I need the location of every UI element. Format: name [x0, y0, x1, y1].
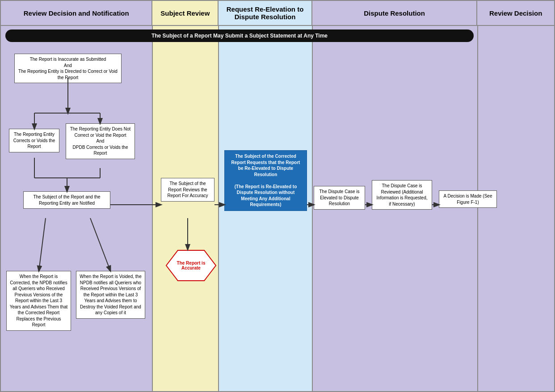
col-review-decision	[478, 26, 555, 391]
box-request-reelevation: The Subject of the Corrected Report Requ…	[224, 150, 307, 211]
col-subject-review	[153, 26, 219, 391]
box-decision-made-text: A Decision is Made (See Figure F-1)	[444, 194, 492, 205]
box-voided-notify: When the Report is Voided, the NPDB noti…	[76, 271, 145, 319]
header-col1: Review Decision and Notification	[1, 1, 152, 25]
header-col5: Review Decision	[477, 1, 554, 25]
box-entity-not-correct: The Reporting Entity Does Not Correct or…	[66, 123, 135, 159]
box-notified: The Subject of the Report and the Report…	[23, 191, 110, 209]
box-dispute-elevated: The Dispute Case is Elevated to Dispute …	[314, 186, 365, 210]
box-entity-corrects: The Reporting Entity Corrects or Voids t…	[9, 129, 59, 152]
box-dispute-reviewed-text: The Dispute Case is Reviewed (Additional…	[377, 183, 428, 207]
box-dispute-elevated-text: The Dispute Case is Elevated to Dispute …	[319, 189, 359, 206]
header-row: Review Decision and Notification Subject…	[1, 1, 554, 26]
main-container: Review Decision and Notification Subject…	[0, 0, 555, 392]
header-col3: Request Re-Elevation to Dispute Resoluti…	[219, 1, 312, 25]
box-inaccurate-report-text: The Report is Inaccurate as SubmittedAnd…	[18, 57, 118, 80]
box-dispute-reviewed: The Dispute Case is Reviewed (Additional…	[372, 180, 432, 210]
box-inaccurate-report: The Report is Inaccurate as SubmittedAnd…	[14, 54, 122, 83]
box-corrected-notify-text: When the Report is Corrected, the NPDB n…	[10, 274, 68, 327]
box-subject-reviews-text: The Subject of the Report Reviews the Re…	[167, 181, 208, 198]
box-subject-reviews: The Subject of the Report Reviews the Re…	[161, 178, 214, 202]
box-entity-corrects-text: The Reporting Entity Corrects or Voids t…	[13, 132, 55, 149]
hexagon-accurate: The Report is Accurate	[165, 249, 217, 282]
box-corrected-notify: When the Report is Corrected, the NPDB n…	[6, 271, 71, 331]
header-col4: Dispute Resolution	[312, 1, 477, 25]
box-voided-notify-text: When the Report is Voided, the NPDB noti…	[80, 274, 141, 315]
diagram-area: The Subject of a Report May Submit a Sub…	[1, 26, 554, 391]
box-entity-not-correct-text: The Reporting Entity Does Not Correct or…	[70, 126, 131, 156]
box-notified-text: The Subject of the Report and the Report…	[33, 194, 100, 206]
box-request-reelevation-text: The Subject of the Corrected Report Requ…	[231, 154, 300, 207]
banner: The Subject of a Report May Submit a Sub…	[5, 30, 474, 42]
hexagon-text: The Report is Accurate	[165, 261, 217, 270]
header-col2: Subject Review	[152, 1, 219, 25]
box-decision-made: A Decision is Made (See Figure F-1)	[439, 190, 497, 208]
